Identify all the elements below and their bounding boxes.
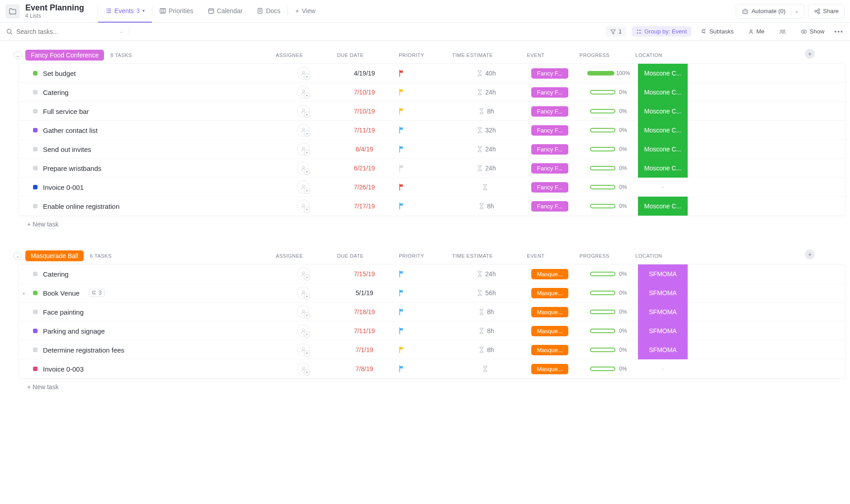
progress-cell[interactable]: 0%	[579, 108, 638, 114]
chevron-down-icon[interactable]: ⌄	[119, 28, 123, 34]
assignee-cell[interactable]	[276, 86, 331, 99]
priority-flag[interactable]	[398, 365, 453, 372]
add-view[interactable]: + View	[288, 0, 322, 23]
column-header[interactable]: PROGRESS	[565, 253, 624, 259]
task-row[interactable]: Invoice 0-001 7/26/19 Fancy F... 0% -	[19, 178, 845, 197]
assignee-cell[interactable]	[276, 363, 331, 375]
task-row[interactable]: Enable online registration 7/17/19 8h Fa…	[19, 197, 845, 216]
priority-flag[interactable]	[398, 70, 453, 77]
task-row[interactable]: Send out invites 6/4/19 24h Fancy F... 0…	[19, 140, 845, 159]
show-toggle[interactable]: Show	[796, 26, 829, 37]
subtasks-toggle[interactable]: Subtasks	[697, 26, 738, 37]
status-square[interactable]	[33, 348, 38, 352]
add-assignee-icon[interactable]	[297, 67, 310, 80]
progress-cell[interactable]: 0%	[579, 89, 638, 95]
time-estimate[interactable]	[453, 366, 520, 372]
task-row[interactable]: Parking and signage 7/11/19 8h Masque...…	[19, 321, 845, 340]
due-date[interactable]: 7/1/19	[331, 346, 398, 353]
location-cell[interactable]: Moscone C...	[638, 102, 688, 121]
add-assignee-icon[interactable]	[297, 181, 310, 193]
task-row[interactable]: Invoice 0-003 7/8/19 Masque... 0% -	[19, 359, 845, 378]
time-estimate[interactable]: 24h	[453, 165, 520, 172]
column-header[interactable]: LOCATION	[624, 52, 674, 58]
location-cell[interactable]: Moscone C...	[638, 64, 688, 83]
event-cell[interactable]: Masque...	[520, 269, 579, 279]
column-header[interactable]: PROGRESS	[565, 52, 624, 58]
column-header[interactable]: EVENT	[506, 52, 565, 58]
event-cell[interactable]: Fancy F...	[520, 163, 579, 174]
priority-flag[interactable]	[398, 165, 453, 172]
subtask-badge[interactable]: 3	[89, 289, 105, 297]
assignee-cell[interactable]	[276, 143, 331, 155]
new-task-button[interactable]: + New task	[18, 379, 845, 395]
task-row[interactable]: Prepare wristbands 6/21/19 24h Fancy F..…	[19, 159, 845, 178]
event-cell[interactable]: Fancy F...	[520, 68, 579, 79]
share-button[interactable]: Share	[808, 4, 845, 19]
add-assignee-icon[interactable]	[297, 124, 310, 137]
task-name[interactable]: Determine registration fees	[43, 346, 124, 354]
priority-flag[interactable]	[398, 270, 453, 278]
priority-flag[interactable]	[398, 127, 453, 134]
location-cell[interactable]: Moscone C...	[638, 140, 688, 159]
column-header[interactable]: DUE DATE	[316, 253, 384, 259]
search[interactable]: ⌄	[6, 28, 123, 35]
column-header[interactable]: DUE DATE	[316, 52, 384, 58]
time-estimate[interactable]: 24h	[453, 89, 520, 96]
task-row[interactable]: Face painting 7/18/19 8h Masque... 0% SF…	[19, 302, 845, 321]
column-header[interactable]: EVENT	[506, 253, 565, 259]
event-cell[interactable]: Fancy F...	[520, 144, 579, 155]
task-name[interactable]: Catering	[43, 270, 69, 278]
task-row[interactable]: Full service bar 7/10/19 8h Fancy F... 0…	[19, 102, 845, 121]
progress-cell[interactable]: 0%	[579, 127, 638, 133]
more-menu[interactable]: •••	[834, 28, 844, 35]
status-square[interactable]	[33, 147, 38, 151]
due-date[interactable]: 5/1/19	[331, 289, 398, 297]
automate-button[interactable]: Automate (0) ⌄	[736, 4, 804, 19]
assignee-cell[interactable]	[276, 325, 331, 337]
task-name[interactable]: Gather contact list	[43, 127, 98, 134]
progress-cell[interactable]: 0%	[579, 290, 638, 296]
status-square[interactable]	[33, 310, 38, 314]
due-date[interactable]: 7/15/19	[331, 270, 398, 278]
due-date[interactable]: 7/26/19	[331, 184, 398, 191]
task-name[interactable]: Enable online registration	[43, 203, 119, 210]
add-assignee-icon[interactable]	[297, 105, 310, 118]
time-estimate[interactable]: 8h	[453, 346, 520, 353]
group-name-pill[interactable]: Fancy Food Conference	[25, 50, 104, 61]
status-square[interactable]	[33, 71, 38, 75]
column-header[interactable]: PRIORITY	[384, 52, 439, 58]
status-square[interactable]	[33, 109, 38, 113]
column-header[interactable]: TIME ESTIMATE	[439, 52, 506, 58]
time-estimate[interactable]: 56h	[453, 289, 520, 297]
status-square[interactable]	[33, 272, 38, 276]
new-task-button[interactable]: + New task	[18, 216, 845, 232]
group-name-pill[interactable]: Masquerade Ball	[25, 250, 84, 261]
time-estimate[interactable]: 8h	[453, 203, 520, 210]
tab-priorities[interactable]: Priorities	[152, 0, 200, 23]
task-name[interactable]: Face painting	[43, 308, 84, 316]
time-estimate[interactable]: 32h	[453, 127, 520, 134]
task-row[interactable]: Gather contact list 7/11/19 32h Fancy F.…	[19, 121, 845, 140]
priority-flag[interactable]	[398, 184, 453, 191]
event-cell[interactable]: Fancy F...	[520, 201, 579, 212]
priority-flag[interactable]	[398, 146, 453, 153]
time-estimate[interactable]: 8h	[453, 108, 520, 115]
task-row[interactable]: Catering 7/10/19 24h Fancy F... 0% Mosco…	[19, 83, 845, 102]
location-cell[interactable]: Moscone C...	[638, 83, 688, 102]
task-row[interactable]: Set budget 4/19/19 40h Fancy F... 100% M…	[19, 64, 845, 83]
tab-events[interactable]: Events 3 ▾	[98, 0, 152, 23]
filter-count[interactable]: 1	[606, 26, 626, 37]
add-assignee-icon[interactable]	[297, 363, 310, 375]
add-column-button[interactable]: +	[805, 250, 815, 259]
assignee-cell[interactable]	[276, 268, 331, 280]
status-square[interactable]	[33, 90, 38, 94]
add-assignee-icon[interactable]	[297, 344, 310, 356]
tab-docs[interactable]: Docs	[250, 0, 288, 23]
due-date[interactable]: 6/21/19	[331, 165, 398, 172]
time-estimate[interactable]: 8h	[453, 308, 520, 316]
status-square[interactable]	[33, 128, 38, 132]
task-name[interactable]: Invoice 0-001	[43, 184, 84, 191]
search-input[interactable]	[16, 28, 89, 35]
event-cell[interactable]: Masque...	[520, 326, 579, 336]
add-column-button[interactable]: +	[805, 49, 815, 59]
